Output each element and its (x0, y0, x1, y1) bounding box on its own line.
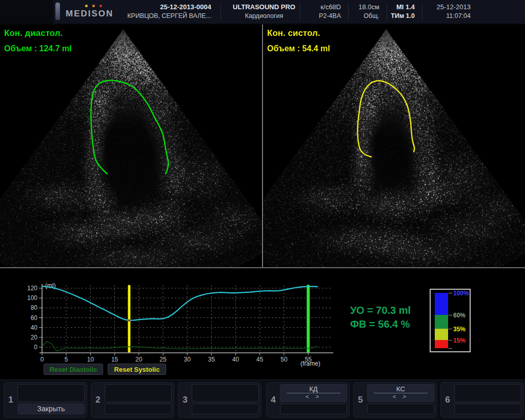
svg-text:20: 20 (31, 334, 38, 341)
kd-label: КД (280, 385, 347, 393)
svg-text:60: 60 (31, 314, 38, 322)
softkey-bar: 1 Закрыть 2 3 4 КД (0, 379, 525, 420)
legend-label: 15% (453, 337, 466, 344)
svg-text:0: 0 (41, 356, 44, 363)
diastolic-ultrasound-image[interactable] (0, 25, 262, 267)
ejection-fraction-result: ФВ = 56.4 % (350, 317, 411, 331)
depth-block: 18.0см Общ. (353, 0, 379, 24)
probe-orientation-marker-icon (55, 3, 60, 20)
ef-color-legend: 100%60%35%15% (430, 289, 471, 352)
probe-frequency: к/с68D (302, 3, 341, 11)
scan-depth: 18.0см (353, 3, 379, 11)
ef-color-bar (435, 293, 448, 348)
softkey-number-2: 2 (91, 383, 105, 417)
stroke-volume-result: УО = 70.3 ml (350, 304, 411, 317)
system-block: ULTRASOUND PRO Кардиология (231, 0, 297, 24)
application-preset: Кардиология (231, 12, 297, 19)
baseline-trace-curve (42, 342, 318, 351)
diastolic-pane-title: Кон. диастол. (4, 28, 63, 38)
svg-text:15: 15 (111, 356, 118, 363)
softkey-6-bottom-button[interactable] (454, 404, 521, 414)
softkey-2-top-button[interactable] (105, 384, 172, 402)
diastolic-volume-value: Объем : 124.7 ml (4, 44, 72, 53)
svg-text:80: 80 (31, 304, 38, 311)
probe-block: к/с68D P2-4BA (302, 0, 341, 24)
softkey-group-6: 6 (440, 382, 524, 418)
legend-label: 100% (453, 290, 469, 296)
header-left-spacer (0, 0, 53, 24)
svg-text:50: 50 (280, 356, 288, 363)
ks-frame-select-button[interactable]: КС < > (367, 384, 434, 402)
probe-model: P2-4BA (302, 12, 341, 19)
close-button[interactable]: Закрыть (17, 404, 85, 414)
header-divider (300, 4, 300, 20)
ti-value: ТИм 1.0 (383, 12, 415, 19)
softkey-group-2: 2 (91, 382, 174, 418)
softkey-group-5: 5 КС < > (353, 382, 437, 418)
header-divider (348, 4, 349, 20)
svg-text:0: 0 (34, 344, 37, 351)
softkey-2-bottom-button[interactable] (105, 404, 172, 414)
patient-id: 25-12-2013-0004 (109, 3, 211, 11)
svg-text:(frame): (frame) (300, 360, 320, 367)
volume-curve-plot[interactable]: 0204060801001200510152025303540455055(ml… (15, 274, 344, 369)
scan-mode: Общ. (353, 12, 379, 19)
softkey-group-4: 4 КД < > (266, 382, 350, 418)
softkey-number-1: 1 (4, 383, 17, 417)
softkey-number-6: 6 (441, 383, 454, 417)
patient-block: 25-12-2013-0004 КРИВЦОВ, СЕРГЕЙ ВАЛЕ... (109, 0, 211, 24)
reset-diastolic-button[interactable]: Reset Diastolic (44, 364, 103, 375)
softkey-6-top-button[interactable] (454, 384, 521, 402)
volume-frame-chart[interactable]: 0204060801001200510152025303540455055(ml… (15, 274, 344, 369)
legend-label: 35% (453, 326, 466, 332)
svg-text:30: 30 (184, 356, 191, 363)
exam-time: 11:07:04 (430, 12, 471, 19)
softkey-4-bottom-button[interactable] (280, 404, 347, 414)
softkey-number-4: 4 (267, 383, 280, 417)
header-divider (220, 4, 221, 20)
kd-left-right-arrows-icon[interactable]: < > (280, 393, 347, 400)
svg-text:40: 40 (232, 356, 239, 363)
ks-label: КС (368, 385, 434, 393)
svg-text:35: 35 (208, 356, 215, 363)
image-chart-separator (0, 267, 525, 268)
systolic-pane-title: Кон. систол. (267, 28, 320, 38)
legend-label: 60% (453, 312, 466, 318)
header-bar: MEDISON 25-12-2013-0004 КРИВЦОВ, СЕРГЕЙ … (0, 0, 525, 25)
softkey-number-3: 3 (178, 383, 192, 417)
datetime-block: 25-12-2013 11:07:04 (430, 0, 471, 24)
systolic-ultrasound-image[interactable] (263, 25, 525, 267)
softkey-3-top-button[interactable] (192, 384, 259, 402)
softkey-3-bottom-button[interactable] (192, 404, 259, 414)
systolic-volume-value: Объем : 54.4 ml (267, 44, 330, 53)
svg-text:100: 100 (27, 294, 37, 302)
softkey-1-top-button[interactable] (17, 384, 85, 402)
ks-left-right-arrows-icon[interactable]: < > (368, 393, 434, 400)
systolic-image-pane[interactable]: Кон. систол. Объем : 54.4 ml (263, 25, 525, 267)
mi-value: MI 1.4 (383, 3, 415, 11)
measurement-results: УО = 70.3 ml ФВ = 56.4 % (350, 304, 411, 331)
svg-text:10: 10 (87, 356, 94, 363)
svg-text:25: 25 (159, 356, 167, 363)
ultrasound-screen: MEDISON 25-12-2013-0004 КРИВЦОВ, СЕРГЕЙ … (0, 0, 525, 420)
diastolic-image-pane[interactable]: Кон. диастол. Объем : 124.7 ml (0, 25, 262, 267)
system-name: ULTRASOUND PRO (231, 3, 297, 11)
svg-text:45: 45 (256, 356, 264, 363)
header-divider (422, 4, 422, 20)
kd-frame-select-button[interactable]: КД < > (280, 384, 347, 402)
softkey-group-1: 1 Закрыть (4, 382, 87, 418)
patient-name: КРИВЦОВ, СЕРГЕЙ ВАЛЕ... (109, 12, 211, 19)
reset-systolic-button[interactable]: Reset Systolic (108, 364, 166, 375)
svg-text:20: 20 (135, 356, 143, 363)
softkey-5-bottom-button[interactable] (367, 404, 434, 414)
exam-date: 25-12-2013 (430, 3, 471, 11)
softkey-group-3: 3 (178, 382, 261, 418)
brand-logo: MEDISON (66, 9, 113, 19)
brand-dots-icon (85, 5, 102, 7)
svg-text:120: 120 (27, 285, 37, 292)
svg-text:5: 5 (65, 356, 68, 363)
softkey-number-5: 5 (354, 383, 367, 417)
lv-volume-ml-curve (42, 286, 318, 321)
svg-text:40: 40 (31, 324, 38, 331)
acoustic-block: MI 1.4 ТИм 1.0 (383, 0, 415, 24)
